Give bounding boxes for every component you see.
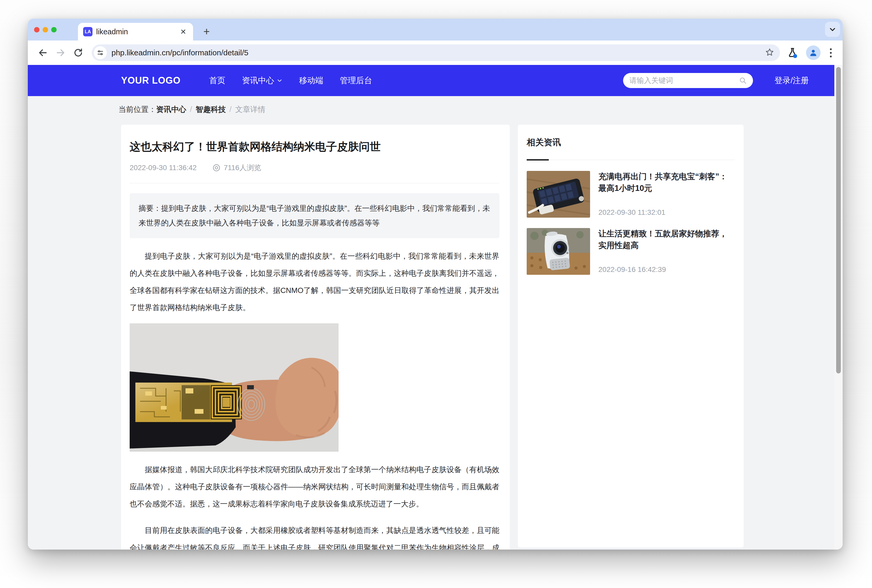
address-bar[interactable]: php.likeadmin.cn/pc/information/detail/5: [92, 44, 780, 61]
menu-item-mobile[interactable]: 移动端: [299, 75, 323, 86]
chevron-down-icon: [277, 78, 282, 83]
search-input[interactable]: [629, 76, 736, 85]
toolbar-right-cluster: [787, 45, 835, 60]
browser-tab[interactable]: LA likeadmin ✕: [78, 23, 193, 40]
breadcrumb-news-center[interactable]: 资讯中心: [156, 105, 186, 114]
breadcrumb-category[interactable]: 智趣科技: [196, 105, 226, 114]
minimize-window-button[interactable]: [43, 27, 48, 33]
site-header: YOUR LOGO 首页 资讯中心 移动端 管理后台 登录/注册: [28, 65, 843, 96]
related-thumbnail-power-bank[interactable]: [527, 171, 590, 218]
breadcrumb-separator: /: [190, 105, 192, 114]
experiments-flask-button[interactable]: [787, 47, 798, 58]
zoom-window-button[interactable]: [51, 27, 57, 33]
login-register-link[interactable]: 登录/注册: [774, 75, 809, 86]
page-content: 当前位置：资讯中心/智趣科技/文章详情 这也太科幻了！世界首款网格结构纳米电子皮…: [28, 96, 834, 549]
url-text[interactable]: php.likeadmin.cn/pc/information/detail/5: [111, 48, 760, 57]
article-meta: 2022-09-30 11:36:42 7116人浏览: [130, 163, 500, 173]
forward-button[interactable]: [53, 45, 68, 60]
star-icon: [765, 48, 774, 57]
new-tab-button[interactable]: +: [199, 24, 214, 39]
breadcrumb: 当前位置：资讯中心/智趣科技/文章详情: [119, 104, 265, 115]
article-date: 2022-09-30 11:36:42: [130, 164, 197, 172]
breadcrumb-prefix: 当前位置：: [119, 105, 156, 114]
back-arrow-icon: [38, 48, 48, 58]
article-image-electronic-skin: [130, 323, 339, 452]
browser-toolbar: php.likeadmin.cn/pc/information/detail/5: [28, 40, 843, 65]
page-scrollbar-thumb[interactable]: [836, 67, 841, 374]
tab-close-icon[interactable]: ✕: [179, 27, 188, 37]
related-item-date: 2022-09-30 11:32:01: [598, 208, 735, 218]
related-item-title[interactable]: 让生活更精致！五款居家好物推荐，实用性超高: [598, 228, 735, 251]
related-item-projector[interactable]: 让生活更精致！五款居家好物推荐，实用性超高 2022-09-16 16:42:3…: [527, 228, 735, 275]
person-icon: [809, 48, 818, 57]
site-logo[interactable]: YOUR LOGO: [121, 75, 180, 86]
keyword-search-box: [623, 73, 753, 88]
flask-icon: [787, 47, 798, 58]
tab-title: likeadmin: [96, 27, 175, 36]
browser-window: LA likeadmin ✕ + php.likeadmin.cn/pc: [28, 19, 843, 549]
back-button[interactable]: [35, 45, 51, 60]
reload-button[interactable]: [71, 45, 86, 60]
section-divider: [527, 159, 735, 160]
article-card: 这也太科幻了！世界首款网格结构纳米电子皮肤问世 2022-09-30 11:36…: [121, 124, 510, 549]
breadcrumb-separator: /: [230, 105, 231, 114]
site-info-button[interactable]: [94, 46, 107, 59]
related-news-title: 相关资讯: [527, 136, 735, 148]
search-icon[interactable]: [739, 76, 747, 84]
related-item-title[interactable]: 充满电再出门！共享充电宝“刺客”：最高1小时10元: [598, 171, 735, 194]
article-views: 7116人浏览: [212, 163, 261, 173]
tab-strip: LA likeadmin ✕ +: [28, 19, 843, 40]
article-paragraph: 提到电子皮肤，大家可别以为是“电子游戏里的虚拟皮肤”。在一些科幻电影中，我们常常…: [130, 248, 500, 316]
site-settings-icon: [97, 49, 104, 56]
page-scrollbar-track[interactable]: [834, 65, 843, 549]
close-window-button[interactable]: [34, 27, 39, 33]
related-thumbnail-projector[interactable]: [527, 228, 590, 275]
menu-item-home[interactable]: 首页: [209, 75, 225, 86]
forward-arrow-icon: [56, 48, 66, 58]
article-title: 这也太科幻了！世界首款网格结构纳米电子皮肤问世: [130, 140, 500, 154]
divider: [130, 183, 500, 183]
browser-menu-button[interactable]: [828, 47, 833, 59]
breadcrumb-current: 文章详情: [235, 105, 265, 114]
menu-item-news-center[interactable]: 资讯中心: [242, 75, 282, 86]
eye-icon: [212, 164, 221, 172]
site-favicon: LA: [83, 27, 93, 36]
projector-photo: [527, 228, 590, 275]
related-item-power-bank[interactable]: 充满电再出门！共享充电宝“刺客”：最高1小时10元 2022-09-30 11:…: [527, 171, 735, 218]
menu-item-admin[interactable]: 管理后台: [340, 75, 372, 86]
tab-search-chevron-button[interactable]: [825, 22, 840, 37]
profile-avatar-button[interactable]: [806, 45, 821, 60]
related-news-panel: 相关资讯: [518, 124, 744, 548]
article-summary: 摘要：提到电子皮肤，大家可别以为是“电子游戏里的虚拟皮肤”。在一些科幻电影中，我…: [130, 193, 500, 238]
article-paragraph: 目前用在皮肤表面的电子设备，大都采用橡胶或者塑料等基材制造而来，其缺点是透水透气…: [130, 522, 500, 549]
power-bank-photo: [527, 171, 590, 218]
article-paragraph: 据媒体报道，韩国大邱庆北科学技术院研究团队成功开发出了全球第一个纳米结构电子皮肤…: [130, 461, 500, 512]
chevron-down-icon: [829, 26, 836, 33]
reload-icon: [73, 48, 83, 58]
window-controls: [34, 27, 57, 33]
main-menu: 首页 资讯中心 移动端 管理后台: [209, 75, 372, 86]
related-item-date: 2022-09-16 16:42:39: [598, 266, 735, 275]
bookmark-star-button[interactable]: [765, 48, 774, 58]
